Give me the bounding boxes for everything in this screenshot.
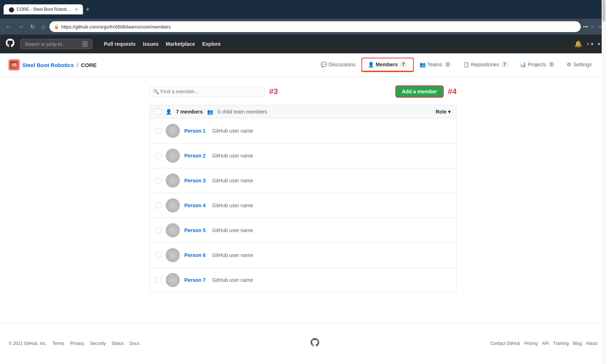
members-count: 7	[400, 61, 407, 68]
member-count-text: 7 members	[176, 109, 203, 115]
member-name-4[interactable]: Person 4	[184, 203, 206, 208]
footer-status[interactable]: Status	[111, 341, 124, 346]
footer: © 2021 GitHub, Inc. Terms Privacy Securi…	[0, 323, 606, 364]
new-tab-button[interactable]: +	[86, 6, 90, 13]
member-name-5[interactable]: Person 5	[184, 227, 206, 233]
member-row: Person 3 GitHub user name	[150, 168, 456, 193]
tab-members[interactable]: 👤 Members 7	[362, 58, 413, 71]
breadcrumb-org-link[interactable]: Steel Boot Robotics	[22, 62, 74, 68]
footer-contact-github[interactable]: Contact GitHub	[491, 341, 520, 346]
member-name-1[interactable]: Person 1	[184, 128, 206, 134]
tab-close-icon[interactable]: ×	[75, 6, 78, 12]
members-icon: 👤	[368, 62, 374, 67]
footer-security[interactable]: Security	[90, 341, 106, 346]
member-checkbox-7[interactable]	[155, 277, 161, 283]
member-checkbox-4[interactable]	[155, 203, 161, 208]
github-favicon: ⬤	[9, 6, 14, 12]
member-list-container: 👤 7 members 👥 0 child team members Role …	[149, 105, 457, 293]
member-checkbox-2[interactable]	[155, 153, 161, 159]
tab-discussions-label: Discussions	[329, 62, 356, 67]
member-name-7[interactable]: Person 7	[184, 277, 206, 283]
tab-repositories[interactable]: 📋 Repositories 7	[457, 58, 514, 71]
footer-privacy[interactable]: Privacy	[70, 341, 84, 346]
member-row: Person 6 GitHub user name	[150, 243, 456, 268]
repositories-count: 7	[501, 61, 508, 68]
forward-button[interactable]: →	[16, 22, 26, 31]
search-icon: 🔍	[153, 89, 159, 94]
search-placeholder: Search or jump to...	[25, 41, 66, 47]
member-name-3[interactable]: Person 3	[184, 178, 206, 183]
breadcrumb-separator: /	[77, 62, 78, 68]
search-box[interactable]: Search or jump to... /	[20, 39, 92, 49]
select-all-checkbox[interactable]	[155, 109, 161, 115]
member-row: Person 1 GitHub user name	[150, 119, 456, 143]
member-checkbox-6[interactable]	[155, 252, 161, 258]
member-avatar-7	[166, 273, 180, 287]
bookmark-icon[interactable]: ⛌	[590, 24, 596, 30]
member-name-2[interactable]: Person 2	[184, 153, 206, 159]
member-checkbox-1[interactable]	[155, 128, 161, 134]
org-avatar: SB	[10, 61, 18, 69]
nav-marketplace[interactable]: Marketplace	[163, 40, 198, 48]
tab-repositories-label: Repositories	[471, 62, 499, 67]
more-icon[interactable]: •••	[583, 24, 588, 30]
member-avatar-5	[166, 223, 180, 238]
footer-terms[interactable]: Terms	[53, 341, 65, 346]
footer-training[interactable]: Training	[553, 341, 569, 346]
add-member-button[interactable]: Add a member	[395, 85, 443, 98]
member-row: Person 5 GitHub user name	[150, 218, 456, 243]
footer-pricing[interactable]: Pricing	[524, 341, 538, 346]
nav-pull-requests[interactable]: Pull requests	[101, 40, 139, 48]
role-dropdown[interactable]: Role ▾	[436, 109, 451, 115]
tab-teams[interactable]: 👥 Teams 0	[414, 58, 457, 71]
member-username-7: GitHub user name	[212, 277, 253, 283]
member-avatar-1	[166, 124, 180, 138]
projects-icon: 📊	[520, 62, 526, 67]
github-logo[interactable]	[6, 39, 14, 49]
member-row: Person 7 GitHub user name	[150, 268, 456, 292]
member-username-3: GitHub user name	[212, 178, 253, 183]
member-avatar-4	[166, 198, 180, 213]
member-rows: Person 1 GitHub user name Person 2 GitHu…	[150, 119, 456, 292]
back-button[interactable]: ←	[4, 22, 14, 31]
footer-blog[interactable]: Blog	[573, 341, 582, 346]
refresh-button[interactable]: ↻	[28, 22, 37, 32]
member-checkbox-3[interactable]	[155, 178, 161, 183]
address-bar[interactable]: 🔒 https://github.com/orgs/frc6506/teams/…	[49, 21, 581, 32]
nav-issues[interactable]: Issues	[140, 40, 162, 48]
notifications-bell-icon[interactable]: 🔔	[574, 40, 582, 48]
github-header-actions: 🔔 + ▾ ▾	[574, 40, 600, 48]
tab-projects[interactable]: 📊 Projects 0	[514, 58, 561, 71]
github-footer-logo	[311, 338, 319, 349]
home-button[interactable]: ⌂	[39, 22, 47, 31]
member-list-header: 👤 7 members 👥 0 child team members Role …	[150, 105, 456, 119]
tab-settings[interactable]: ⚙ Settings	[561, 59, 597, 71]
find-member-input[interactable]	[149, 86, 265, 97]
footer-copyright: © 2021 GitHub, Inc.	[9, 341, 47, 346]
child-team-icon: 👥	[207, 109, 213, 115]
footer-docs[interactable]: Docs	[129, 341, 139, 346]
scrollbar-track	[602, 0, 606, 364]
member-username-5: GitHub user name	[212, 227, 253, 233]
footer-api[interactable]: API	[542, 341, 549, 346]
tab-title: CORE - Steel Boot Robotics Tea...	[17, 7, 71, 12]
role-label: Role	[436, 109, 447, 115]
member-name-6[interactable]: Person 6	[184, 252, 206, 258]
member-username-4: GitHub user name	[212, 203, 253, 208]
teams-icon: 👥	[420, 62, 426, 67]
repositories-icon: 📋	[463, 62, 469, 67]
browser-tab[interactable]: ⬤ CORE - Steel Boot Robotics Tea... ×	[4, 4, 83, 14]
url-text: https://github.com/orgs/frc6506/teams/co…	[61, 24, 577, 30]
tab-teams-label: Teams	[427, 62, 442, 67]
member-checkbox-5[interactable]	[155, 227, 161, 233]
tab-discussions[interactable]: 💬 Discussions	[315, 59, 361, 71]
nav-explore[interactable]: Explore	[199, 40, 223, 48]
user-menu-button[interactable]: ▾	[598, 41, 600, 47]
scrollbar-thumb[interactable]	[602, 0, 605, 22]
breadcrumb: SB Steel Boot Robotics / CORE	[9, 59, 97, 70]
member-row: Person 2 GitHub user name	[150, 143, 456, 168]
footer-about[interactable]: About	[586, 341, 597, 346]
member-avatar-6	[166, 248, 180, 262]
add-menu-button[interactable]: + ▾	[587, 41, 593, 47]
search-shortcut: /	[82, 41, 88, 47]
